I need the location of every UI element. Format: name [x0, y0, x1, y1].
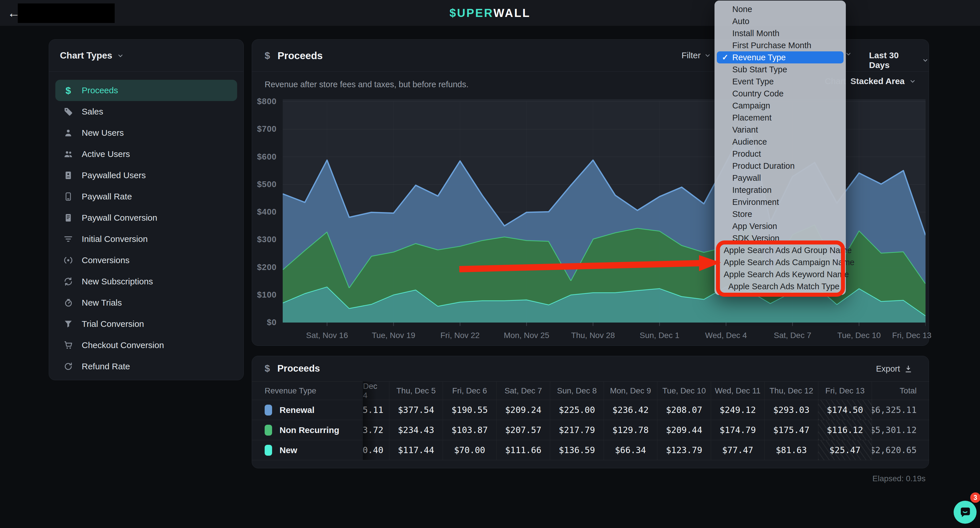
date-range-dropdown[interactable]: Last 30 Days [869, 51, 929, 70]
sidebar-item-refund-rate[interactable]: Refund Rate [55, 356, 237, 377]
table-cell: $66.34 [603, 440, 657, 460]
menu-item-integration[interactable]: Integration [717, 184, 843, 196]
sidebar-item-sales[interactable]: Sales [55, 101, 237, 122]
menu-item-sdk-version[interactable]: SDK Version [717, 232, 843, 244]
menu-item-app-version[interactable]: App Version [717, 220, 843, 232]
sidebar-item-label: Trial Conversion [82, 319, 144, 329]
menu-item-variant[interactable]: Variant [717, 124, 843, 136]
menu-item-first-purchase-month[interactable]: First Purchase Month [717, 39, 843, 51]
x-axis-label: Tue, Nov 19 [372, 331, 415, 340]
sidebar-item-new-users[interactable]: New Users [55, 122, 237, 144]
table-column-header: Thu, Dec 5 [389, 381, 443, 400]
sidebar-item-trial-conversion[interactable]: Trial Conversion [55, 313, 237, 335]
export-button[interactable]: Export [876, 364, 913, 373]
menu-item-label: Revenue Type [732, 53, 786, 62]
menu-item-apple-search-ads-ad-group-name[interactable]: Apple Search Ads Ad Group Name [717, 244, 843, 256]
sidebar-item-label: Refund Rate [82, 362, 130, 371]
table-cell: 05.11 [363, 400, 389, 420]
menu-item-product[interactable]: Product [717, 148, 843, 160]
sidebar-item-paywall-rate[interactable]: Paywall Rate [55, 186, 237, 207]
menu-item-apple-search-ads-campaign-name[interactable]: Apple Search Ads Campaign Name [717, 256, 843, 268]
menu-item-label: None [732, 5, 752, 14]
menu-item-audience[interactable]: Audience [717, 136, 843, 148]
sidebar-item-paywall-conversion[interactable]: Paywall Conversion [55, 207, 237, 228]
menu-item-label: Apple Search Ads Campaign Name [724, 258, 854, 267]
menu-item-label: Store [732, 209, 752, 219]
menu-item-environment[interactable]: Environment [717, 196, 843, 208]
x-axis-label: Sat, Dec 7 [774, 331, 811, 340]
sidebar-item-label: Initial Conversion [82, 234, 148, 244]
sidebar-item-label: Proceeds [82, 86, 118, 95]
sidebar-item-initial-conversion[interactable]: Initial Conversion [55, 228, 237, 250]
person-icon [63, 128, 74, 138]
menu-item-country-code[interactable]: Country Code [717, 88, 843, 100]
menu-item-label: Variant [732, 125, 758, 135]
sidebar-item-paywalled-users[interactable]: Paywalled Users [55, 165, 237, 186]
x-axis-label: Tue, Dec 10 [837, 331, 880, 340]
filter-dropdown[interactable]: Filter [681, 51, 711, 60]
sidebar-item-active-users[interactable]: Active Users [55, 144, 237, 165]
revenue-type-label: Non Recurring [280, 425, 339, 435]
sidebar-item-proceeds[interactable]: $Proceeds [55, 80, 237, 101]
menu-item-none[interactable]: None [717, 3, 843, 15]
sidebar-item-label: Checkout Conversion [82, 340, 164, 350]
id-card-icon [63, 170, 74, 181]
menu-item-revenue-type[interactable]: ✓Revenue Type [717, 51, 843, 64]
sidebar-item-new-subscriptions[interactable]: New Subscriptions [55, 271, 237, 292]
menu-item-label: Audience [732, 137, 767, 147]
menu-item-event-type[interactable]: Event Type [717, 75, 843, 88]
table-column-header: Fri, Dec 6 [443, 381, 496, 400]
table-cell: $129.78 [603, 420, 657, 440]
table-cell: $77.47 [711, 440, 764, 460]
menu-item-label: Auto [732, 17, 749, 26]
cart-icon [63, 340, 74, 351]
table-panel-header: $ Proceeds [265, 363, 320, 374]
chevron-down-icon [909, 78, 916, 85]
table-cell: $209.24 [496, 400, 550, 420]
menu-item-store[interactable]: Store [717, 208, 843, 220]
sidebar-item-label: Paywall Conversion [82, 213, 157, 223]
sidebar-item-checkout-conversion[interactable]: Checkout Conversion [55, 335, 237, 356]
tag-icon [63, 106, 74, 117]
sidebar-item-conversions[interactable]: Conversions [55, 250, 237, 271]
target-dot-icon [63, 255, 74, 266]
timer-icon [63, 297, 74, 308]
table-cell: $293.03 [764, 400, 818, 420]
y-axis-label: $600 [252, 152, 277, 161]
sidebar-header[interactable]: Chart Types [49, 40, 243, 72]
group-by-dropdown[interactable] [845, 51, 852, 57]
elapsed-time: Elapsed: 0.19s [872, 474, 926, 483]
table-row-label: New [252, 440, 363, 460]
menu-item-label: Placement [732, 113, 772, 123]
table-cell: $25.47 [818, 440, 872, 460]
menu-item-label: Apple Search Ads Keyword Name [724, 270, 849, 279]
refresh-icon [63, 276, 74, 287]
menu-item-apple-search-ads-match-type[interactable]: Apple Search Ads Match Type [717, 280, 843, 292]
table-column-header: Wed, Dec 11 [711, 381, 764, 400]
menu-item-label: Apple Search Ads Match Type [728, 282, 840, 291]
menu-item-paywall[interactable]: Paywall [717, 172, 843, 184]
chat-widget-button[interactable] [954, 501, 977, 524]
non-recurring-legend-chip [265, 425, 272, 435]
menu-item-label: Sub Start Type [732, 65, 787, 74]
chat-unread-badge: 3 [970, 493, 980, 503]
menu-item-placement[interactable]: Placement [717, 112, 843, 124]
date-range-label: Last 30 Days [869, 51, 919, 70]
menu-item-label: Event Type [732, 77, 774, 86]
table-cell: $236.42 [603, 400, 657, 420]
proceeds-table: Revenue TypeDec 4Thu, Dec 5Fri, Dec 6Sat… [252, 381, 929, 460]
table-cell: $81.63 [764, 440, 818, 460]
table-column-header: Sun, Dec 8 [550, 381, 603, 400]
menu-item-auto[interactable]: Auto [717, 15, 843, 27]
menu-item-sub-start-type[interactable]: Sub Start Type [717, 64, 843, 75]
table-cell: $103.87 [443, 420, 496, 440]
table-cell: $174.79 [711, 420, 764, 440]
menu-item-apple-search-ads-keyword-name[interactable]: Apple Search Ads Keyword Name [717, 268, 843, 280]
sidebar-item-new-trials[interactable]: New Trials [55, 292, 237, 313]
menu-item-product-duration[interactable]: Product Duration [717, 160, 843, 172]
menu-item-campaign[interactable]: Campaign [717, 100, 843, 112]
table-cell: $377.54 [389, 400, 443, 420]
table-row-label: Non Recurring [252, 420, 363, 440]
revenue-type-label: New [280, 445, 298, 455]
menu-item-install-month[interactable]: Install Month [717, 27, 843, 39]
